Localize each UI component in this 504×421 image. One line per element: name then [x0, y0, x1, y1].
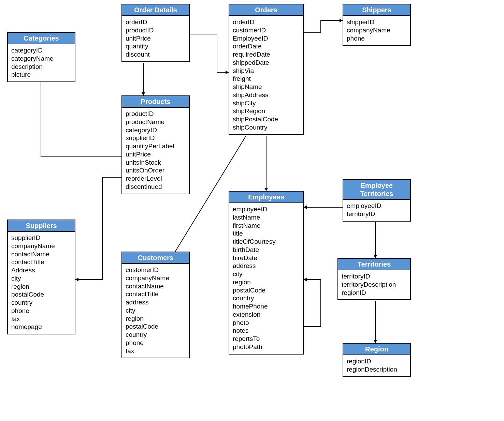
entity-fields-categories: categoryIDcategoryNamedescriptionpicture [8, 44, 75, 81]
arrowhead-icon [226, 71, 229, 74]
field-customers: postalCode [126, 322, 186, 331]
edge-orders-to-shippers [304, 20, 343, 33]
field-order_details: productID [126, 26, 186, 34]
field-employees: lastName [233, 213, 300, 222]
entity-fields-suppliers: supplierIDcompanyNamecontactNamecontactT… [8, 232, 75, 334]
field-employee_territories: territoryID [347, 210, 407, 218]
field-suppliers: postalCode [11, 290, 71, 299]
field-products: discontinued [126, 183, 186, 191]
field-orders: customerID [233, 26, 300, 34]
field-employees: extension [233, 311, 300, 319]
entity-customers: CustomerscustomerIDcompanyNamecontactNam… [121, 252, 190, 358]
field-suppliers: fax [11, 315, 71, 323]
field-employees: firstName [233, 222, 300, 230]
entity-territories: TerritoriesterritoryIDterritoryDescripti… [337, 258, 411, 300]
entity-title-shippers: Shippers [343, 4, 410, 16]
field-employees: postalCode [233, 286, 300, 295]
entity-suppliers: SupplierssupplierIDcompanyNamecontactNam… [7, 220, 75, 334]
field-suppliers: phone [11, 307, 71, 315]
field-employees: notes [233, 327, 300, 335]
field-suppliers: city [11, 274, 71, 283]
field-suppliers: country [11, 299, 71, 307]
field-orders: shipVia [233, 67, 300, 75]
entity-fields-customers: customerIDcompanyNamecontactNamecontactT… [122, 264, 189, 358]
entity-order_details: Order DetailsorderIDproductIDunitPricequ… [121, 4, 190, 62]
field-employees: region [233, 278, 300, 286]
field-shippers: shipperID [347, 18, 407, 26]
field-region: regionID [347, 357, 407, 365]
field-employees: city [233, 270, 300, 278]
arrowhead-icon [340, 19, 343, 22]
field-order_details: quantity [126, 42, 186, 50]
field-suppliers: supplierID [11, 234, 71, 242]
field-categories: picture [11, 71, 71, 79]
field-employees: photo [233, 319, 300, 327]
field-categories: description [11, 63, 71, 71]
arrowhead-icon [304, 278, 307, 282]
field-customers: customerID [126, 266, 186, 274]
field-suppliers: contactTitle [11, 258, 71, 266]
entity-title-order_details: Order Details [122, 4, 189, 16]
field-suppliers: companyName [11, 242, 71, 250]
arrowhead-icon [374, 340, 377, 343]
field-suppliers: contactName [11, 250, 71, 258]
field-products: unitPrice [126, 150, 186, 159]
field-employees: photoPath [233, 343, 300, 351]
field-orders: freight [233, 75, 300, 83]
field-categories: categoryID [11, 46, 71, 55]
field-customers: contactTitle [126, 290, 186, 298]
arrowhead-icon [304, 206, 307, 209]
entity-title-products: Products [122, 96, 189, 108]
edge-products-to-suppliers [75, 177, 121, 280]
field-orders: EmployeeID [233, 34, 300, 43]
entity-shippers: ShippersshipperIDcompanyNamephone [343, 4, 411, 46]
entity-fields-order_details: orderIDproductIDunitPricequantitydiscoun… [122, 16, 189, 61]
entity-fields-employee_territories: employeeIDterritoryID [343, 200, 410, 221]
field-customers: address [126, 298, 186, 306]
field-employees: reportsTo [233, 335, 300, 343]
field-orders: shipName [233, 83, 300, 91]
field-categories: categoryName [11, 55, 71, 63]
arrowhead-icon [374, 255, 377, 258]
entity-region: RegionregionIDregionDescription [343, 343, 411, 377]
field-employees: address [233, 262, 300, 270]
field-order_details: discount [126, 50, 186, 59]
field-employees: country [233, 294, 300, 302]
field-products: unitsInStock [126, 159, 186, 167]
entity-title-suppliers: Suppliers [8, 220, 75, 232]
entity-title-customers: Customers [122, 252, 189, 264]
field-customers: phone [126, 339, 186, 347]
entity-employees: EmployeesemployeeIDlastNamefirstNametitl… [229, 191, 304, 355]
entity-fields-employees: employeeIDlastNamefirstNametitletitleOfC… [229, 203, 303, 354]
field-order_details: unitPrice [126, 34, 186, 43]
field-employees: birthDate [233, 246, 300, 254]
field-order_details: orderID [126, 18, 186, 26]
arrowhead-icon [75, 278, 78, 282]
entity-orders: OrdersorderIDcustomerIDEmployeeIDorderDa… [229, 4, 304, 135]
field-employees: title [233, 229, 300, 238]
field-orders: requiredDate [233, 50, 300, 59]
entity-employee_territories: Employee TerritoriesemployeeIDterritoryI… [343, 179, 411, 222]
field-suppliers: Address [11, 266, 71, 274]
field-suppliers: homepage [11, 323, 71, 331]
field-products: productID [126, 110, 186, 118]
er-diagram-canvas: CategoriescategoryIDcategoryNamedescript… [0, 0, 504, 421]
field-orders: orderID [233, 18, 300, 26]
field-orders: orderDate [233, 42, 300, 50]
field-products: supplierID [126, 134, 186, 142]
field-shippers: companyName [347, 26, 407, 34]
field-shippers: phone [347, 34, 407, 43]
field-customers: region [126, 315, 186, 323]
field-products: categoryID [126, 126, 186, 134]
field-orders: shipAddress [233, 91, 300, 99]
field-products: productName [126, 118, 186, 126]
field-employees: hireDate [233, 254, 300, 262]
field-orders: shipCity [233, 99, 300, 107]
field-orders: shippedDate [233, 59, 300, 67]
field-territories: territoryID [342, 272, 407, 281]
entity-title-territories: Territories [338, 259, 410, 270]
field-customers: city [126, 306, 186, 315]
arrowhead-icon [264, 188, 268, 191]
field-employees: employeeID [233, 205, 300, 213]
field-suppliers: region [11, 283, 71, 291]
